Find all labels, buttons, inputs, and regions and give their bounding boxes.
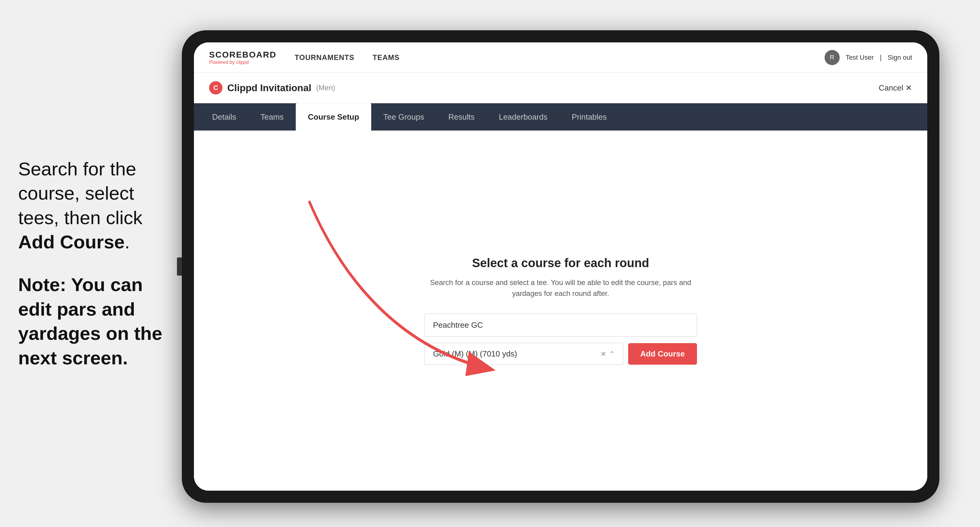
tournament-header: C Clippd Invitational (Men) Cancel ✕ [194,73,927,103]
course-card-description: Search for a course and select a tee. Yo… [424,277,697,299]
tab-nav: Details Teams Course Setup Tee Groups Re… [194,103,927,130]
tablet-screen: SCOREBOARD Powered by clippd TOURNAMENTS… [194,43,927,490]
cancel-button[interactable]: Cancel ✕ [879,83,912,93]
tee-select-row: Gold (M) (M) (7010 yds) ✕ ⌃ Add Course [424,343,697,365]
sign-out-link[interactable]: Sign out [888,54,912,62]
annotation-bold: Add Course [18,232,124,252]
annotation-main: Search for the course, select tees, then… [18,157,188,254]
logo-area: SCOREBOARD Powered by clippd [209,50,276,65]
clear-icon[interactable]: ✕ [601,350,606,358]
add-course-button[interactable]: Add Course [628,343,697,365]
tournament-name: Clippd Invitational [227,83,311,94]
tournament-icon: C [209,81,223,95]
tablet-frame: SCOREBOARD Powered by clippd TOURNAMENTS… [182,30,939,503]
tournament-badge: (Men) [316,84,335,92]
course-card: Select a course for each round Search fo… [424,256,697,365]
top-nav: SCOREBOARD Powered by clippd TOURNAMENTS… [194,43,927,73]
main-content: Select a course for each round Search fo… [194,130,927,490]
tee-select-value: Gold (M) (M) (7010 yds) [433,349,517,359]
tab-tee-groups[interactable]: Tee Groups [371,103,436,130]
annotation-note: Note: You can edit pars and yardages on … [18,273,188,370]
tee-select-icons: ✕ ⌃ [601,350,614,358]
tablet-device: SCOREBOARD Powered by clippd TOURNAMENTS… [182,30,939,503]
annotation-area: Search for the course, select tees, then… [0,0,206,527]
tab-details[interactable]: Details [200,103,248,130]
user-avatar: R [824,50,840,65]
user-name: Test User [846,54,874,62]
tab-leaderboards[interactable]: Leaderboards [487,103,559,130]
tab-results[interactable]: Results [436,103,487,130]
tablet-side-button [177,257,182,276]
tee-select-dropdown[interactable]: Gold (M) (M) (7010 yds) ✕ ⌃ [424,343,623,365]
course-search-input[interactable] [424,313,697,337]
tab-printables[interactable]: Printables [560,103,619,130]
nav-links: TOURNAMENTS TEAMS [294,53,824,62]
course-card-title: Select a course for each round [424,256,697,270]
nav-user: R Test User | Sign out [824,50,912,65]
tournament-title: C Clippd Invitational (Men) [209,81,335,95]
chevron-down-icon[interactable]: ⌃ [609,350,614,358]
tab-teams[interactable]: Teams [248,103,296,130]
user-separator: | [880,54,882,62]
logo-subtitle: Powered by clippd [209,60,276,65]
tab-course-setup[interactable]: Course Setup [296,103,371,130]
nav-tournaments[interactable]: TOURNAMENTS [294,53,354,62]
nav-teams[interactable]: TEAMS [372,53,399,62]
logo-title: SCOREBOARD [209,50,276,60]
